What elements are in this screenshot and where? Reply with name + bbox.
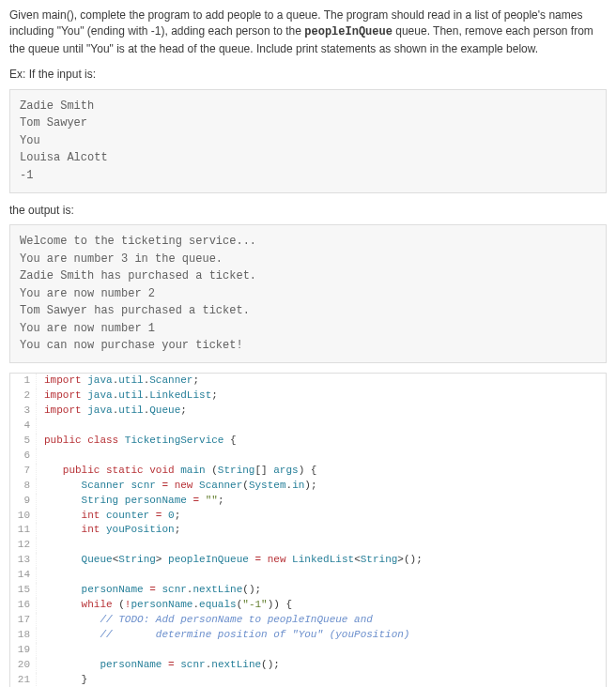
code-line-source[interactable]: Scanner scnr = new Scanner(System.in); [37,479,606,494]
code-line-source[interactable] [37,538,606,553]
code-line-source[interactable]: import java.util.Queue; [37,404,606,419]
line-number: 3 [10,404,37,419]
line-number: 16 [10,598,37,613]
example-output-header: the output is: [9,203,607,219]
line-number: 4 [10,419,37,434]
code-line-source[interactable]: } [37,673,606,687]
code-line: 1import java.util.Scanner; [10,374,606,389]
code-editor-panel: 1import java.util.Scanner;2import java.u… [9,373,607,687]
line-number: 20 [10,658,37,673]
code-line-source[interactable]: Queue<String> peopleInQueue = new Linked… [37,553,606,568]
example-input-block: Zadie Smith Tom Sawyer You Louisa Alcott… [9,89,607,193]
code-line: 5public class TicketingService { [10,434,606,449]
line-number: 11 [10,523,37,538]
code-line-source[interactable]: while (!personName.equals("-1")) { [37,598,606,613]
code-line-source[interactable]: // determine position of "You" (youPosit… [37,628,606,643]
line-number: 13 [10,553,37,568]
code-line-source[interactable] [37,419,606,434]
code-line: 7 public static void main (String[] args… [10,464,606,479]
code-line: 9 String personName = ""; [10,494,606,509]
example-output-block: Welcome to the ticketing service... You … [9,224,607,363]
line-number: 21 [10,673,37,687]
code-line: 4 [10,419,606,434]
line-number: 9 [10,494,37,509]
code-line: 18 // determine position of "You" (youPo… [10,628,606,643]
code-line: 19 [10,643,606,658]
code-line-source[interactable]: personName = scnr.nextLine(); [37,583,606,598]
code-line-source[interactable]: String personName = ""; [37,494,606,509]
code-line-source[interactable] [37,643,606,658]
line-number: 5 [10,434,37,449]
line-number: 18 [10,628,37,643]
code-line: 20 personName = scnr.nextLine(); [10,658,606,673]
line-number: 12 [10,538,37,553]
intro-bold: peopleInQueue [304,25,393,38]
code-line-source[interactable]: int youPosition; [37,523,606,538]
code-line-source[interactable]: import java.util.Scanner; [37,374,606,389]
code-line: 3import java.util.Queue; [10,404,606,419]
line-number: 17 [10,613,37,628]
line-number: 10 [10,509,37,524]
code-line: 2import java.util.LinkedList; [10,389,606,404]
code-line: 17 // TODO: Add personName to peopleInQu… [10,613,606,628]
example-input-header: Ex: If the input is: [9,67,607,83]
code-line: 8 Scanner scnr = new Scanner(System.in); [10,479,606,494]
code-line: 15 personName = scnr.nextLine(); [10,583,606,598]
line-number: 7 [10,464,37,479]
code-line-source[interactable] [37,568,606,583]
code-line: 12 [10,538,606,553]
code-line-source[interactable]: public class TicketingService { [37,434,606,449]
code-line: 10 int counter = 0; [10,509,606,524]
line-number: 6 [10,449,37,464]
code-line: 14 [10,568,606,583]
code-line: 11 int youPosition; [10,523,606,538]
problem-intro: Given main(), complete the program to ad… [9,8,607,57]
code-line-source[interactable] [37,449,606,464]
code-line-source[interactable]: int counter = 0; [37,509,606,524]
code-line: 21 } [10,673,606,687]
code-line-source[interactable]: // TODO: Add personName to peopleInQueue… [37,613,606,628]
line-number: 19 [10,643,37,658]
line-number: 15 [10,583,37,598]
line-number: 8 [10,479,37,494]
code-line-source[interactable]: import java.util.LinkedList; [37,389,606,404]
line-number: 1 [10,374,37,389]
code-line: 13 Queue<String> peopleInQueue = new Lin… [10,553,606,568]
code-line: 6 [10,449,606,464]
code-line: 16 while (!personName.equals("-1")) { [10,598,606,613]
line-number: 14 [10,568,37,583]
code-line-source[interactable]: personName = scnr.nextLine(); [37,658,606,673]
line-number: 2 [10,389,37,404]
code-line-source[interactable]: public static void main (String[] args) … [37,464,606,479]
